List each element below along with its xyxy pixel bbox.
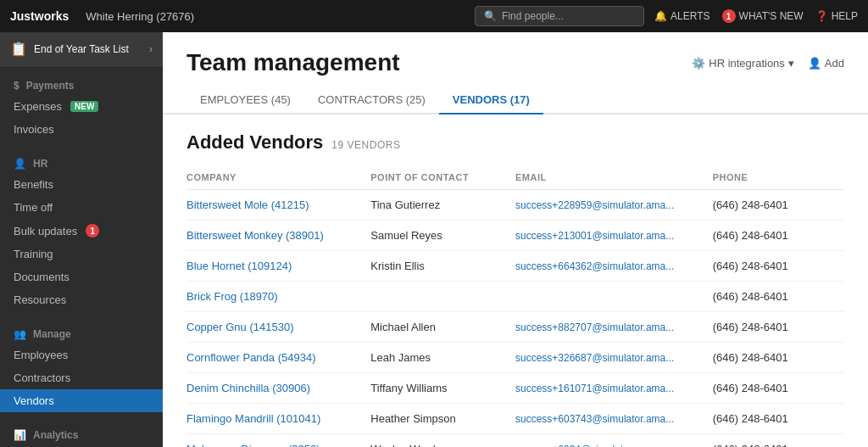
vendor-contact-3 bbox=[370, 282, 515, 312]
sidebar-section-manage: 👥 Manage Employees Contractors Vendors bbox=[0, 315, 163, 416]
vendor-email-4[interactable]: success+882707@simulator.ama... bbox=[515, 312, 713, 343]
current-user: White Herring (27676) bbox=[86, 10, 465, 23]
sidebar-item-invoices[interactable]: Invoices bbox=[0, 118, 163, 141]
vendor-email-2[interactable]: success+664362@simulator.ama... bbox=[515, 251, 713, 282]
timeoff-label: Time off bbox=[14, 201, 53, 214]
hr-icon: 👤 bbox=[14, 158, 26, 170]
gear-icon: ⚙️ bbox=[692, 57, 705, 70]
task-list-label: End of Year Task List bbox=[34, 43, 142, 55]
header-actions: ⚙️ HR integrations ▾ 👤 Add bbox=[692, 57, 844, 70]
hr-integrations-button[interactable]: ⚙️ HR integrations ▾ bbox=[692, 57, 794, 70]
sidebar-item-employees[interactable]: Employees bbox=[0, 344, 163, 366]
vendor-phone-4: (646) 248-6401 bbox=[713, 312, 844, 343]
tab-contractors[interactable]: CONTRACTORS (25) bbox=[304, 87, 439, 115]
vendors-label: Vendors bbox=[14, 394, 54, 407]
table-header-row: COMPANY POINT OF CONTACT EMAIL PHONE bbox=[186, 167, 844, 190]
page-header: Team management ⚙️ HR integrations ▾ 👤 A… bbox=[163, 32, 868, 76]
vendor-email-0[interactable]: success+228959@simulator.ama... bbox=[515, 190, 713, 221]
vendor-email-1[interactable]: success+213001@simulator.ama... bbox=[515, 221, 713, 251]
sidebar-section-header-hr: 👤 HR bbox=[0, 154, 163, 173]
section-title: Added Vendors bbox=[186, 131, 323, 154]
resources-label: Resources bbox=[14, 293, 66, 306]
vendor-company-2[interactable]: Blue Hornet (109124) bbox=[186, 251, 370, 282]
table-row: Brick Frog (18970) (646) 248-6401 bbox=[186, 282, 844, 312]
sidebar-item-contractors[interactable]: Contractors bbox=[0, 366, 163, 389]
analytics-icon: 📊 bbox=[14, 429, 26, 441]
vendor-contact-6: Tiffany Williams bbox=[370, 373, 515, 404]
page-title: Team management bbox=[186, 49, 400, 76]
table-row: Mahogany Dinosaur (2352) Wesley Ward suc… bbox=[186, 434, 844, 448]
sidebar: 📋 End of Year Task List › $ Payments Exp… bbox=[0, 32, 163, 447]
tab-employees[interactable]: EMPLOYEES (45) bbox=[186, 87, 304, 115]
vendor-contact-5: Leah James bbox=[370, 343, 515, 373]
search-icon: 🔍 bbox=[484, 10, 497, 22]
table-row: Bittersweet Monkey (38901) Samuel Reyes … bbox=[186, 221, 844, 251]
manage-icon: 👥 bbox=[14, 328, 26, 340]
vendor-email-6[interactable]: success+161071@simulator.ama... bbox=[515, 373, 713, 404]
documents-label: Documents bbox=[14, 271, 70, 283]
sidebar-item-bulk-updates[interactable]: Bulk updates 1 bbox=[0, 219, 163, 243]
vendor-phone-7: (646) 248-6401 bbox=[713, 404, 844, 434]
alerts-label: ALERTS bbox=[670, 10, 709, 22]
alerts-button[interactable]: 🔔 ALERTS bbox=[654, 10, 709, 22]
section-count: 19 VENDORS bbox=[331, 139, 400, 151]
vendor-company-5[interactable]: Cornflower Panda (54934) bbox=[186, 343, 370, 373]
hr-integrations-label: HR integrations bbox=[709, 57, 785, 70]
help-button[interactable]: ❓ HELP bbox=[815, 10, 858, 22]
vendor-company-4[interactable]: Copper Gnu (141530) bbox=[186, 312, 370, 343]
sidebar-item-benefits[interactable]: Benefits bbox=[0, 173, 163, 196]
vendor-company-8[interactable]: Mahogany Dinosaur (2352) bbox=[186, 434, 370, 448]
vendor-phone-2: (646) 248-6401 bbox=[713, 251, 844, 282]
sidebar-item-training[interactable]: Training bbox=[0, 243, 163, 265]
sidebar-item-resources[interactable]: Resources bbox=[0, 288, 163, 311]
vendor-phone-8: (646) 248-6401 bbox=[713, 434, 844, 448]
help-icon: ❓ bbox=[815, 10, 828, 22]
whats-new-badge: 1 bbox=[722, 9, 736, 23]
invoices-label: Invoices bbox=[14, 123, 54, 136]
training-label: Training bbox=[14, 248, 53, 260]
sidebar-section-payments: $ Payments Expenses NEW Invoices bbox=[0, 66, 163, 144]
section-title-row: Added Vendors 19 VENDORS bbox=[186, 131, 844, 154]
vendor-contact-2: Kristin Ellis bbox=[370, 251, 515, 282]
person-add-icon: 👤 bbox=[808, 57, 821, 70]
help-label: HELP bbox=[832, 10, 858, 22]
payments-label: Payments bbox=[26, 80, 75, 92]
search-bar[interactable]: 🔍 Find people... bbox=[475, 6, 644, 26]
vendor-phone-3: (646) 248-6401 bbox=[713, 282, 844, 312]
table-row: Flamingo Mandrill (101041) Heather Simps… bbox=[186, 404, 844, 434]
vendor-company-6[interactable]: Denim Chinchilla (30906) bbox=[186, 373, 370, 404]
sidebar-section-analytics: 📊 Analytics Insights Data exports bbox=[0, 416, 163, 447]
contractors-label: Contractors bbox=[14, 372, 70, 384]
vendor-company-7[interactable]: Flamingo Mandrill (101041) bbox=[186, 404, 370, 434]
vendor-phone-1: (646) 248-6401 bbox=[713, 221, 844, 251]
tabs: EMPLOYEES (45) CONTRACTORS (25) VENDORS … bbox=[163, 76, 868, 115]
benefits-label: Benefits bbox=[14, 178, 53, 191]
sidebar-item-timeoff[interactable]: Time off bbox=[0, 196, 163, 219]
add-button[interactable]: 👤 Add bbox=[808, 57, 844, 70]
whats-new-label: WHAT'S NEW bbox=[739, 10, 804, 22]
sidebar-section-header-manage: 👥 Manage bbox=[0, 325, 163, 344]
employees-label: Employees bbox=[14, 349, 68, 361]
whats-new-button[interactable]: 1 WHAT'S NEW bbox=[722, 9, 804, 23]
task-list-banner[interactable]: 📋 End of Year Task List › bbox=[0, 32, 163, 66]
bell-icon: 🔔 bbox=[654, 10, 667, 22]
vendor-company-1[interactable]: Bittersweet Monkey (38901) bbox=[186, 221, 370, 251]
nav-actions: 🔔 ALERTS 1 WHAT'S NEW ❓ HELP bbox=[654, 9, 858, 23]
vendor-email-7[interactable]: success+603743@simulator.ama... bbox=[515, 404, 713, 434]
task-list-arrow-icon: › bbox=[149, 43, 153, 55]
expenses-label: Expenses bbox=[14, 100, 62, 113]
tab-vendors[interactable]: VENDORS (17) bbox=[439, 87, 543, 115]
sidebar-item-expenses[interactable]: Expenses NEW bbox=[0, 95, 163, 118]
vendor-email-5[interactable]: success+326687@simulator.ama... bbox=[515, 343, 713, 373]
vendor-company-3[interactable]: Brick Frog (18970) bbox=[186, 282, 370, 312]
vendor-phone-0: (646) 248-6401 bbox=[713, 190, 844, 221]
sidebar-item-vendors[interactable]: Vendors bbox=[0, 389, 163, 412]
column-header-email: EMAIL bbox=[515, 167, 713, 190]
sidebar-item-documents[interactable]: Documents bbox=[0, 265, 163, 288]
vendor-contact-7: Heather Simpson bbox=[370, 404, 515, 434]
hr-label: HR bbox=[33, 158, 47, 170]
vendor-email-8[interactable]: success+6924@simulator.amazo... bbox=[515, 434, 713, 448]
table-row: Denim Chinchilla (30906) Tiffany William… bbox=[186, 373, 844, 404]
table-row: Blue Hornet (109124) Kristin Ellis succe… bbox=[186, 251, 844, 282]
vendor-company-0[interactable]: Bittersweet Mole (41215) bbox=[186, 190, 370, 221]
